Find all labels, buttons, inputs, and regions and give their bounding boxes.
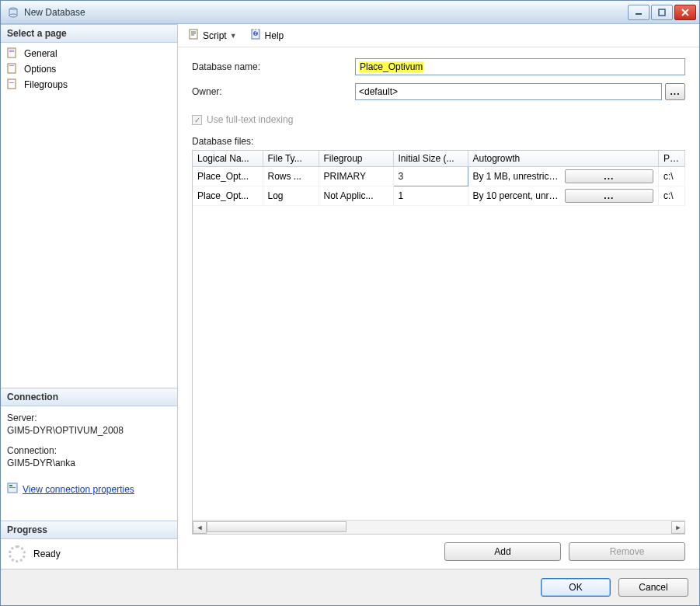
svg-text:?: ? [252,29,258,37]
add-button[interactable]: Add [444,542,561,561]
col-file-type[interactable]: File Ty... [263,151,319,167]
svg-rect-7 [8,48,16,57]
page-options[interactable]: Options [1,61,177,77]
fulltext-checkbox: ✓ Use full-text indexing [192,114,685,125]
cell-file-type[interactable]: Log [263,186,319,206]
svg-rect-9 [9,51,14,52]
col-filegroup[interactable]: Filegroup [319,151,393,167]
page-label: General [24,48,57,59]
checkbox-icon: ✓ [192,115,202,125]
main-panel: Script ▼ ? Help Database name: Place_Opt… [178,24,699,569]
help-icon: ? [251,29,262,42]
status-text: Ready [33,549,61,559]
svg-rect-16 [9,487,16,488]
owner-input[interactable] [355,83,662,100]
cell-logical-name[interactable]: Place_Opt... [193,186,263,206]
minimize-button[interactable] [628,5,650,20]
page-filegroups[interactable]: Filegroups [1,77,177,92]
spinner-icon [9,545,26,562]
scroll-right-button[interactable]: ► [671,521,685,534]
svg-rect-13 [9,82,14,83]
cell-autogrowth[interactable]: By 1 MB, unrestricted growth... [468,167,659,186]
database-files-label: Database files: [192,136,685,147]
cell-filegroup[interactable]: Not Applic... [319,186,393,206]
horizontal-scrollbar[interactable]: ◄ ► [193,520,685,534]
properties-icon [7,482,18,496]
col-autogrowth[interactable]: Autogrowth [468,151,659,167]
help-button[interactable]: ? Help [248,27,287,44]
svg-rect-11 [9,65,14,66]
script-label: Script [203,30,227,41]
script-dropdown[interactable]: Script ▼ [186,27,240,44]
table-row[interactable]: Place_Opt... Rows ... PRIMARY 3 By 1 MB,… [193,167,685,186]
progress-status: Ready [1,539,177,569]
help-label: Help [265,30,284,41]
database-name-value: Place_Optivum [359,61,423,72]
table-row[interactable]: Place_Opt... Log Not Applic... 1 By 10 p… [193,186,685,206]
server-value: GIM5-DYR\OPTIVUM_2008 [7,425,171,436]
cancel-button[interactable]: Cancel [618,578,688,597]
svg-rect-12 [8,79,16,89]
page-icon [7,47,19,60]
svg-rect-17 [190,30,197,39]
col-path[interactable]: Pa... [659,151,685,167]
database-name-label: Database name: [192,61,355,72]
cell-filegroup[interactable]: PRIMARY [319,167,393,186]
connection-header: Connection [1,388,177,406]
cell-autogrowth[interactable]: By 10 percent, unrestricted gr...... [468,186,659,206]
scroll-thumb[interactable] [207,521,347,532]
svg-rect-8 [9,50,14,50]
svg-rect-10 [8,64,16,73]
grid-header-row: Logical Na... File Ty... Filegroup Initi… [193,151,685,167]
database-icon [7,6,19,19]
dialog-footer: OK Cancel [1,569,699,605]
autogrowth-browse-button[interactable]: ... [565,169,653,183]
close-button[interactable] [674,5,696,20]
col-initial-size[interactable]: Initial Size (... [393,151,468,167]
remove-button[interactable]: Remove [569,542,685,561]
page-list: General Options Filegroups [1,43,177,96]
cell-path[interactable]: c:\ [659,186,685,206]
cell-file-type[interactable]: Rows ... [263,167,319,186]
page-general[interactable]: General [1,46,177,61]
page-label: Filegroups [24,79,68,90]
server-label: Server: [7,413,171,423]
maximize-button[interactable] [651,5,673,20]
cell-logical-name[interactable]: Place_Opt... [193,167,263,186]
autogrowth-browse-button[interactable]: ... [565,189,653,203]
select-page-header: Select a page [1,24,177,43]
title-bar[interactable]: New Database [1,1,699,24]
page-label: Options [24,64,56,75]
view-connection-properties-link[interactable]: View connection properties [7,482,134,496]
connection-label: Connection: [7,445,171,456]
scroll-track[interactable] [207,521,671,534]
svg-rect-4 [659,9,665,16]
link-text: View connection properties [23,484,134,495]
svg-point-2 [9,14,17,17]
fulltext-label: Use full-text indexing [207,114,293,125]
new-database-dialog: New Database Select a page General Optio… [0,0,700,606]
chevron-down-icon: ▼ [230,32,237,40]
scroll-left-button[interactable]: ◄ [193,521,207,534]
col-logical-name[interactable]: Logical Na... [193,151,263,167]
grid-empty-area [193,206,685,520]
cell-initial-size[interactable]: 1 [393,186,468,206]
page-icon [7,78,19,91]
progress-header: Progress [1,521,177,539]
ok-button[interactable]: OK [541,578,611,597]
svg-rect-15 [9,485,12,486]
connection-info: Server: GIM5-DYR\OPTIVUM_2008 Connection… [1,406,177,502]
page-icon [7,63,19,75]
owner-browse-button[interactable]: ... [665,83,685,100]
owner-label: Owner: [192,86,355,97]
toolbar: Script ▼ ? Help [178,24,699,47]
connection-value: GIM5-DYR\anka [7,458,171,468]
cell-path[interactable]: c:\ [659,167,685,186]
database-name-input[interactable]: Place_Optivum [355,58,685,75]
database-files-grid[interactable]: Logical Na... File Ty... Filegroup Initi… [192,150,685,535]
script-icon [189,29,200,42]
cell-initial-size[interactable]: 3 [393,167,468,186]
window-title: New Database [24,7,626,18]
left-panel: Select a page General Options Filegroups… [1,24,178,569]
